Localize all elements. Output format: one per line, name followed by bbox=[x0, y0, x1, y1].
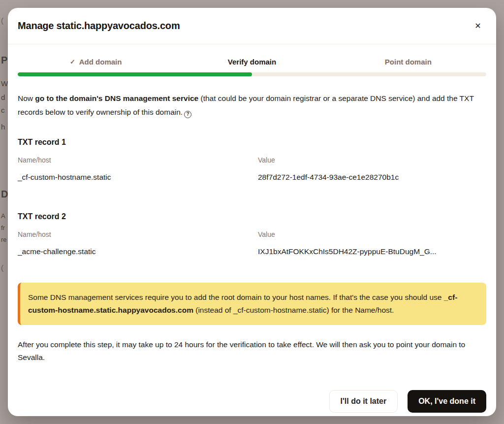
verification-footnote: After you complete this step, it may tak… bbox=[18, 338, 486, 364]
backdrop-fragment: ( bbox=[1, 264, 3, 271]
intro-prefix: Now bbox=[18, 94, 35, 102]
ok-done-button[interactable]: OK, I've done it bbox=[408, 390, 486, 413]
dns-warning-callout: Some DNS management services require you… bbox=[18, 283, 486, 325]
record-name-host: _acme-challenge.static bbox=[18, 247, 258, 256]
record-title: TXT record 2 bbox=[18, 212, 486, 221]
step-label: Add domain bbox=[79, 58, 122, 66]
modal-footer: I'll do it later OK, I've done it bbox=[329, 390, 486, 413]
modal-title: Manage static.happyavocados.com bbox=[18, 20, 180, 32]
modal-header: Manage static.happyavocados.com ✕ bbox=[8, 8, 496, 44]
name-host-column-header: Name/host bbox=[18, 156, 258, 164]
name-host-column-header: Name/host bbox=[18, 230, 258, 238]
record-value: IXJ1bxAtFOKKxChIs5DH42Z-pyppuE-BtuDugM_G… bbox=[258, 247, 486, 256]
backdrop-fragment: ( bbox=[1, 17, 3, 24]
record-value-row: _acme-challenge.static IXJ1bxAtFOKKxChIs… bbox=[18, 247, 486, 256]
step-verify-domain: Verify domain bbox=[174, 58, 330, 66]
modal-body: ✓ Add domain Verify domain Point domain … bbox=[8, 58, 496, 364]
backdrop-fragment: re bbox=[1, 236, 7, 243]
backdrop-fragment: D bbox=[1, 189, 8, 199]
step-label: Point domain bbox=[385, 58, 432, 66]
callout-suffix: (instead of _cf-custom-hostname.static) … bbox=[193, 306, 394, 314]
intro-text: Now go to the domain's DNS management se… bbox=[18, 92, 486, 119]
backdrop-fragment: W bbox=[1, 80, 8, 87]
value-column-header: Value bbox=[258, 156, 486, 164]
wizard-stepper: ✓ Add domain Verify domain Point domain bbox=[18, 58, 486, 66]
record-title: TXT record 1 bbox=[18, 138, 486, 147]
record-header-row: Name/host Value bbox=[18, 230, 486, 238]
step-label: Verify domain bbox=[228, 58, 276, 66]
value-column-header: Value bbox=[258, 230, 486, 238]
do-it-later-button[interactable]: I'll do it later bbox=[329, 390, 398, 413]
backdrop-fragment: A bbox=[1, 213, 5, 219]
txt-record-2: TXT record 2 Name/host Value _acme-chall… bbox=[18, 212, 486, 256]
progress-bar-fill bbox=[18, 72, 252, 76]
check-icon: ✓ bbox=[70, 58, 75, 65]
backdrop-fragment: h bbox=[1, 123, 5, 130]
record-name-host: _cf-custom-hostname.static bbox=[18, 173, 258, 182]
backdrop-fragment: c bbox=[1, 106, 5, 114]
backdrop-fragment: d bbox=[1, 94, 5, 101]
txt-record-1: TXT record 1 Name/host Value _cf-custom-… bbox=[18, 138, 486, 182]
backdrop-fragment: fr bbox=[1, 225, 5, 231]
record-value: 28f7d272-1edf-4734-93ae-ce1e28270b1c bbox=[258, 173, 486, 182]
close-icon[interactable]: ✕ bbox=[470, 18, 486, 34]
step-point-domain: Point domain bbox=[330, 58, 486, 66]
progress-bar bbox=[18, 72, 486, 76]
record-header-row: Name/host Value bbox=[18, 156, 486, 164]
manage-domain-modal: Manage static.happyavocados.com ✕ ✓ Add … bbox=[8, 8, 496, 416]
intro-bold: go to the domain's DNS management servic… bbox=[35, 94, 198, 102]
backdrop-fragment: P bbox=[1, 55, 7, 65]
record-value-row: _cf-custom-hostname.static 28f7d272-1edf… bbox=[18, 173, 486, 182]
callout-prefix: Some DNS management services require you… bbox=[28, 293, 444, 301]
help-icon[interactable]: ? bbox=[184, 111, 191, 118]
step-add-domain: ✓ Add domain bbox=[18, 58, 174, 66]
